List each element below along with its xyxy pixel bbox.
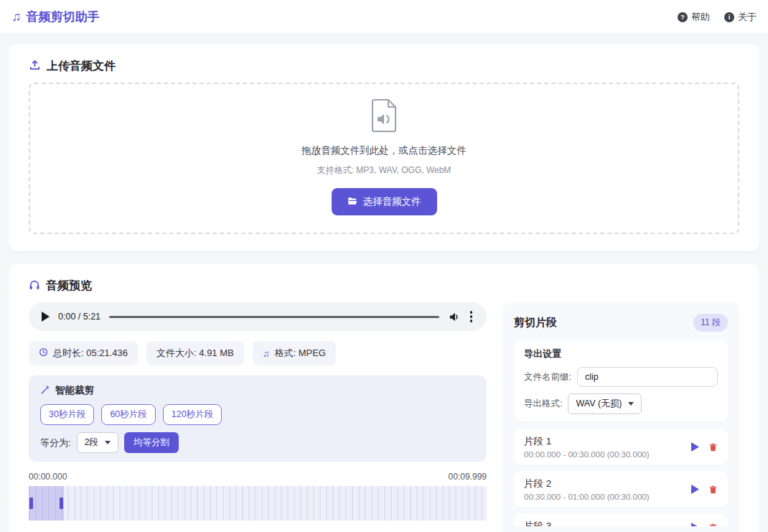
clip-info: 片段 3: [524, 520, 551, 526]
preset-120s-button[interactable]: 120秒片段: [163, 404, 222, 425]
dropzone-hint: 拖放音频文件到此处，或点击选择文件: [30, 144, 738, 157]
split-count-value: 2段: [85, 437, 98, 449]
magic-wand-icon: [40, 385, 50, 397]
clip-play-button[interactable]: [691, 442, 699, 452]
select-file-label: 选择音频文件: [363, 195, 421, 208]
clip-card: 片段 1 00:00.000 - 00:30.000 (00:30.000): [514, 429, 728, 465]
formats-hint: 支持格式: MP3, WAV, OGG, WebM: [30, 164, 738, 177]
export-settings: 导出设置 文件名前缀: 导出格式: WAV (无损): [514, 340, 728, 421]
clip-play-button[interactable]: [691, 485, 699, 494]
info-circle-icon: i: [724, 12, 734, 22]
format-row: 导出格式: WAV (无损): [524, 393, 718, 414]
filesize-text: 文件大小: 4.91 MB: [156, 347, 234, 360]
clip-info: 片段 2 00:30.000 - 01:00.000 (00:30.000): [524, 477, 650, 501]
upload-dropzone[interactable]: 拖放音频文件到此处，或点击选择文件 支持格式: MP3, WAV, OGG, W…: [29, 83, 739, 234]
duration-text: 总时长: 05:21.436: [53, 347, 128, 360]
audio-info-badges: 总时长: 05:21.436 文件大小: 4.91 MB ♫ 格式: MPEG: [29, 341, 487, 365]
about-label: 关于: [738, 11, 757, 24]
split-row: 等分为: 2段 均等分割: [40, 432, 475, 453]
clip-range: 00:00.000 - 00:30.000 (00:30.000): [524, 450, 650, 459]
about-link[interactable]: i 关于: [724, 11, 757, 24]
help-label: 帮助: [691, 11, 710, 24]
timeline-labels: 00:00.000 00:09.999: [29, 472, 487, 482]
clips-panel: 剪切片段 11 段 导出设置 文件名前缀: 导出格式: WAV (无损): [502, 302, 739, 532]
split-count-select[interactable]: 2段: [77, 432, 118, 453]
app-logo: ♫ 音频剪切助手: [11, 9, 100, 25]
clip-count-badge: 11 段: [693, 314, 728, 332]
app-title: 音频剪切助手: [27, 9, 100, 25]
export-settings-title: 导出设置: [524, 347, 718, 360]
clips-list[interactable]: 片段 1 00:00.000 - 00:30.000 (00:30.000): [514, 429, 728, 526]
smart-cut-title: 智能裁剪: [40, 384, 475, 397]
app-header: ♫ 音频剪切助手 ? 帮助 i 关于: [0, 0, 768, 34]
page-body: 上传音频文件 拖放音频文件到此处，或点击选择文件 支持格式: MP3, WAV,…: [0, 34, 768, 532]
headphones-icon: [29, 279, 40, 294]
clip-range: 00:30.000 - 01:00.000 (00:30.000): [524, 493, 650, 501]
chevron-down-icon: [628, 402, 634, 406]
prefix-input[interactable]: [577, 367, 718, 387]
format-text: 格式: MPEG: [274, 347, 326, 360]
preview-card: 音频预览 0:00 / 5:21: [9, 264, 759, 532]
question-circle-icon: ?: [678, 12, 688, 22]
clip-name: 片段 1: [524, 435, 650, 448]
clip-actions: [691, 442, 718, 452]
selection-end-handle[interactable]: [60, 498, 63, 509]
clip-info: 片段 1 00:00.000 - 00:30.000 (00:30.000): [524, 435, 650, 459]
clip-actions: [691, 485, 718, 494]
clip-name: 片段 2: [524, 477, 650, 490]
filesize-badge: 文件大小: 4.91 MB: [146, 341, 244, 365]
play-button[interactable]: [42, 312, 50, 322]
clock-icon: [39, 347, 48, 359]
editor-column: 0:00 / 5:21 总时长: 05:21.436: [29, 302, 487, 532]
equal-split-button[interactable]: 均等分割: [124, 432, 179, 453]
preset-30s-button[interactable]: 30秒片段: [40, 404, 94, 425]
clip-name: 片段 3: [524, 520, 551, 526]
clip-card: 片段 2 00:30.000 - 01:00.000 (00:30.000): [514, 471, 728, 508]
format-label: 导出格式:: [524, 398, 562, 410]
music-note-icon: ♫: [263, 348, 270, 359]
select-file-button[interactable]: 选择音频文件: [332, 188, 437, 215]
audio-player: 0:00 / 5:21: [29, 302, 487, 331]
workspace: 0:00 / 5:21 总时长: 05:21.436: [29, 302, 739, 532]
duration-badge: 总时长: 05:21.436: [29, 341, 138, 365]
smart-cut-label: 智能裁剪: [55, 384, 94, 397]
timeline-start-label: 00:00.000: [29, 472, 67, 482]
clip-delete-button[interactable]: [708, 485, 718, 494]
preset-buttons: 30秒片段 60秒片段 120秒片段: [40, 404, 475, 425]
prefix-row: 文件名前缀:: [524, 367, 718, 387]
selection-start-handle[interactable]: [29, 498, 33, 509]
kebab-menu-icon[interactable]: [469, 309, 474, 324]
clips-panel-title: 剪切片段: [514, 316, 557, 330]
format-select[interactable]: WAV (无损): [568, 393, 642, 414]
timeline-end-label: 00:09.999: [449, 472, 487, 482]
clip-delete-button[interactable]: [708, 442, 718, 452]
preview-section-title: 音频预览: [29, 279, 739, 294]
folder-open-icon: [347, 196, 357, 208]
upload-section-title: 上传音频文件: [29, 59, 739, 74]
chevron-down-icon: [105, 441, 111, 444]
clip-card: 片段 3: [514, 513, 728, 526]
seek-bar[interactable]: [109, 316, 439, 318]
clip-delete-button[interactable]: [708, 523, 718, 526]
clip-play-button[interactable]: [691, 523, 699, 526]
help-link[interactable]: ? 帮助: [678, 11, 710, 24]
music-note-icon: ♫: [11, 9, 22, 24]
waveform[interactable]: [29, 486, 487, 521]
split-label: 等分为:: [40, 437, 71, 449]
selection-region[interactable]: [29, 486, 64, 521]
file-audio-icon: [370, 123, 398, 135]
header-nav: ? 帮助 i 关于: [678, 11, 757, 24]
preview-section-label: 音频预览: [46, 279, 92, 294]
upload-icon: [29, 59, 41, 74]
format-value: WAV (无损): [576, 398, 622, 410]
smart-cut-panel: 智能裁剪 30秒片段 60秒片段 120秒片段 等分为: 2段 均等分割: [29, 375, 487, 462]
upload-section-label: 上传音频文件: [47, 59, 116, 74]
format-badge: ♫ 格式: MPEG: [253, 341, 336, 365]
volume-icon[interactable]: [448, 311, 460, 323]
clip-actions: [691, 523, 718, 526]
upload-card: 上传音频文件 拖放音频文件到此处，或点击选择文件 支持格式: MP3, WAV,…: [9, 45, 759, 251]
preset-60s-button[interactable]: 60秒片段: [101, 404, 155, 425]
clips-panel-header: 剪切片段 11 段: [514, 311, 728, 332]
prefix-label: 文件名前缀:: [524, 371, 571, 383]
player-time: 0:00 / 5:21: [58, 312, 100, 322]
